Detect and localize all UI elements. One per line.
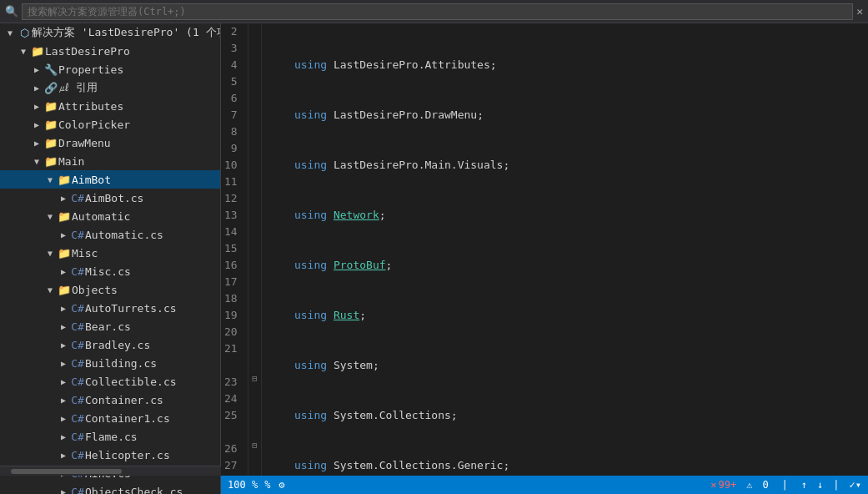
fold-namespace[interactable]: ⊟ (248, 374, 261, 391)
fold-class[interactable]: ⊟ (248, 441, 261, 457)
sidebar-item-misc[interactable]: ▼ 📁 Misc (0, 244, 220, 262)
solution-root[interactable]: ▼ ⬡ 解决方案 'LastDesirePro' (1 个项目, (0, 23, 220, 42)
sidebar-item-helicopter[interactable]: ▶ C# Helicopter.cs (0, 446, 220, 464)
sidebar-item-drawmenu[interactable]: ▶ 📁 DrawMenu (0, 134, 220, 152)
sidebar-item-building[interactable]: ▶ C# Building.cs (0, 354, 220, 372)
attributes-label: Attributes (58, 100, 220, 113)
status-bar: 100 % % ⚙ ✕ 99+ ⚠ 0 | ↑ ↓ | ✓▾ (221, 476, 868, 494)
zoom-dropdown[interactable]: % (264, 479, 270, 491)
sidebar-item-collectible[interactable]: ▶ C# Collectible.cs (0, 372, 220, 391)
folder-icon: 📁 (30, 45, 45, 58)
sidebar-item-aimbot[interactable]: ▼ 📁 AimBot (0, 170, 220, 189)
attributes-folder-icon: 📁 (43, 100, 58, 113)
cs-icon-aimbot: C# (70, 192, 85, 204)
cs-icon-autoturrets: C# (70, 302, 85, 315)
search-input[interactable] (22, 3, 853, 20)
sidebar-item-automatic[interactable]: ▼ 📁 Automatic (0, 207, 220, 225)
sidebar-item-automatic-cs[interactable]: ▶ C# Automatic.cs (0, 225, 220, 244)
colorpicker-label: ColorPicker (58, 118, 220, 131)
sidebar-item-container1[interactable]: ▶ C# Container1.cs (0, 409, 220, 427)
cs-icon-objectscheck: C# (70, 486, 85, 495)
sidebar-item-attributes[interactable]: ▶ 📁 Attributes (0, 97, 220, 115)
line-numbers: 2 3 4 5 6 7 8 9 10 11 12 13 14 15 16 17 … (221, 23, 248, 476)
error-count: 99+ (718, 479, 736, 491)
cs-icon-automatic: C# (70, 229, 85, 241)
colorpicker-arrow: ▶ (30, 120, 43, 129)
sidebar-item-colorpicker[interactable]: ▶ 📁 ColorPicker (0, 115, 220, 134)
sidebar-item-objectscheck[interactable]: ▶ C# ObjectsCheck.cs (0, 482, 220, 494)
error-indicator[interactable]: ✕ 99+ (710, 479, 736, 491)
solution-label: 解决方案 'LastDesirePro' (1 个项目, (32, 25, 221, 40)
automatic-label: Automatic (72, 210, 220, 223)
objectscheck-label: ObjectsCheck.cs (85, 486, 220, 495)
sidebar-item-container[interactable]: ▶ C# Container.cs (0, 391, 220, 409)
misc-cs-arrow: ▶ (57, 267, 70, 276)
code-editor: 2 3 4 5 6 7 8 9 10 11 12 13 14 15 16 17 … (221, 23, 868, 476)
nav-down-button[interactable]: ↓ (817, 479, 823, 491)
sidebar-item-autoturrets[interactable]: ▶ C# AutoTurrets.cs (0, 299, 220, 317)
search-icon: 🔍 (5, 5, 18, 18)
misc-label: Misc (72, 247, 220, 260)
warning-count: 0 (762, 479, 768, 491)
cs-icon-flame: C# (70, 431, 85, 443)
objects-folder-icon: 📁 (57, 284, 72, 296)
colorpicker-folder-icon: 📁 (43, 118, 58, 131)
bear-label: Bear.cs (85, 320, 220, 333)
sidebar-item-aimbot-cs[interactable]: ▶ C# AimBot.cs (0, 189, 220, 207)
misc-folder-icon: 📁 (57, 247, 72, 260)
cs-icon-collectible: C# (70, 376, 85, 388)
main-arrow: ▼ (30, 157, 43, 166)
building-label: Building.cs (85, 357, 220, 370)
bradley-arrow: ▶ (57, 340, 70, 350)
cs-icon-misc: C# (70, 265, 85, 278)
sidebar-item-main[interactable]: ▼ 📁 Main (0, 152, 220, 170)
autoturrets-label: AutoTurrets.cs (85, 302, 220, 315)
cs-icon-bradley: C# (70, 339, 85, 351)
solution-arrow: ▼ (3, 28, 17, 38)
solution-icon: ⬡ (17, 27, 32, 39)
sidebar-item-properties[interactable]: ▶ 🔧 Properties (0, 60, 220, 78)
checkmark-button[interactable]: ✓▾ (850, 479, 861, 491)
ref-icon: 🔗 (43, 82, 58, 94)
cs-icon-bear: C# (70, 320, 85, 333)
collectible-label: Collectible.cs (85, 376, 220, 388)
container-label: Container.cs (85, 394, 220, 406)
container-arrow: ▶ (57, 396, 70, 405)
helicopter-label: Helicopter.cs (85, 449, 220, 461)
sidebar-item-flame[interactable]: ▶ C# Flame.cs (0, 427, 220, 446)
sidebar-item-bear[interactable]: ▶ C# Bear.cs (0, 317, 220, 335)
sidebar-item-references[interactable]: ▶ 🔗 ㎕ 引用 (0, 78, 220, 97)
building-arrow: ▶ (57, 359, 70, 368)
sidebar-item-lastdesirepro[interactable]: ▼ 📁 LastDesirePro (0, 42, 220, 60)
properties-label: Properties (58, 63, 220, 76)
settings-button[interactable]: ⚙ (278, 479, 284, 491)
helicopter-arrow: ▶ (57, 451, 70, 460)
properties-icon: 🔧 (43, 63, 58, 76)
misc-cs-label: Misc.cs (85, 265, 220, 278)
main-folder-icon: 📁 (43, 155, 58, 168)
container1-label: Container1.cs (85, 412, 220, 425)
automatic-arrow: ▼ (43, 212, 57, 221)
drawmenu-folder-icon: 📁 (43, 137, 58, 149)
sidebar-scrollbar-thumb (11, 469, 122, 474)
main-label: Main (58, 155, 220, 168)
objects-arrow: ▼ (43, 285, 57, 295)
aimbot-cs-label: AimBot.cs (85, 192, 220, 204)
nav-up-button[interactable]: ↑ (801, 479, 807, 491)
aimbot-folder-icon: 📁 (57, 174, 72, 186)
cs-icon-container: C# (70, 394, 85, 406)
sidebar-hscroll[interactable] (0, 466, 221, 476)
sidebar-item-bradley[interactable]: ▶ C# Bradley.cs (0, 335, 220, 354)
flame-label: Flame.cs (85, 431, 220, 443)
drawmenu-label: DrawMenu (58, 137, 220, 149)
automatic-folder-icon: 📁 (57, 210, 72, 223)
code-text[interactable]: using LastDesirePro.Attributes; using La… (262, 23, 868, 476)
error-icon: ✕ (710, 479, 716, 491)
sidebar-item-objects[interactable]: ▼ 📁 Objects (0, 280, 220, 299)
search-bar: 🔍 ✕ (0, 0, 868, 23)
aimbot-cs-arrow: ▶ (57, 194, 70, 203)
close-icon[interactable]: ✕ (856, 5, 863, 18)
autoturrets-arrow: ▶ (57, 304, 70, 313)
misc-arrow: ▼ (43, 249, 57, 258)
sidebar-item-misc-cs[interactable]: ▶ C# Misc.cs (0, 262, 220, 280)
